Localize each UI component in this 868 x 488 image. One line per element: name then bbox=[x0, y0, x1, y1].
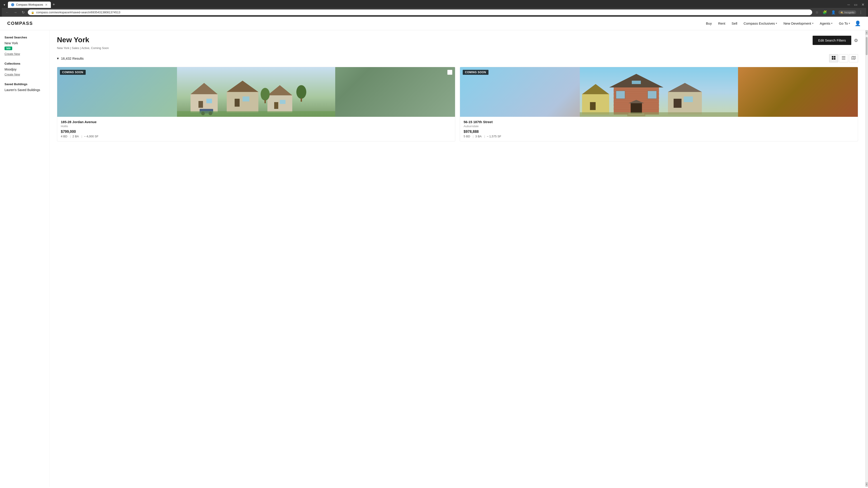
minimize-button[interactable]: ─ bbox=[846, 2, 852, 8]
property-sqft-2: ~ 1,575 SF bbox=[487, 135, 501, 138]
sep-3: | bbox=[473, 135, 473, 138]
svg-rect-27 bbox=[177, 111, 335, 117]
results-dropdown-arrow[interactable]: ▾ bbox=[57, 56, 59, 61]
property-grid: COMING SOON 185-28 Jordan Avenue Hollis … bbox=[57, 67, 858, 141]
sep-2: | bbox=[81, 135, 82, 138]
grid-view-button[interactable] bbox=[829, 54, 838, 62]
back-button[interactable]: ← bbox=[4, 9, 10, 15]
content-area: New York Edit Search Filters ⚙ New York … bbox=[50, 30, 865, 487]
svg-rect-42 bbox=[648, 91, 657, 99]
scroll-thumb[interactable] bbox=[866, 37, 868, 55]
scroll-up-button[interactable]: ▲ bbox=[866, 30, 868, 35]
compass-exclusives-chevron: ▾ bbox=[776, 22, 777, 25]
property-card[interactable]: COMING SOON 185-28 Jordan Avenue Hollis … bbox=[57, 67, 455, 141]
close-window-button[interactable]: ✕ bbox=[860, 2, 866, 8]
property-address-2: 56-15 187th Street bbox=[464, 120, 854, 124]
bookmark-button[interactable]: ☆ bbox=[814, 9, 820, 15]
restore-button[interactable]: ▭ bbox=[852, 2, 859, 8]
collections-section: Collections Moodjoy Create New bbox=[4, 62, 45, 76]
nav-sell[interactable]: Sell bbox=[732, 22, 737, 25]
results-left: ▾ 16,432 Results bbox=[57, 56, 84, 61]
address-bar[interactable]: 🔒 compass.com/workspace/#/saved-search/6… bbox=[28, 9, 812, 15]
incognito-label: Incognito bbox=[844, 11, 855, 14]
menu-button[interactable]: ⋮ bbox=[858, 9, 864, 15]
create-new-collection[interactable]: Create New bbox=[4, 73, 20, 76]
page-header: New York Edit Search Filters ⚙ bbox=[57, 36, 858, 45]
saved-search-new-york[interactable]: New York bbox=[4, 41, 45, 45]
tab-close-button[interactable]: ✕ bbox=[45, 3, 48, 6]
property-address-1: 185-28 Jordan Avenue bbox=[61, 120, 452, 124]
svg-rect-51 bbox=[590, 102, 596, 110]
nav-links: Buy Rent Sell Compass Exclusives ▾ New D… bbox=[706, 22, 850, 25]
svg-rect-47 bbox=[674, 99, 682, 108]
create-new-search[interactable]: Create New bbox=[4, 52, 20, 56]
header-actions: Edit Search Filters ⚙ bbox=[813, 36, 858, 45]
edit-search-filters-button[interactable]: Edit Search Filters bbox=[813, 36, 851, 45]
active-tab[interactable]: Compass Workspaces ✕ bbox=[8, 2, 51, 8]
tab-list-button[interactable]: ▾ bbox=[2, 2, 7, 7]
property-photo-2 bbox=[460, 67, 858, 117]
collection-moodjoy[interactable]: Moodjoy bbox=[4, 68, 45, 71]
new-development-chevron: ▾ bbox=[812, 22, 813, 25]
view-toggles bbox=[829, 54, 858, 62]
nav-buy[interactable]: Buy bbox=[706, 22, 712, 25]
property-neighborhood-2: Auburndale bbox=[464, 125, 854, 128]
new-tab-button[interactable]: + bbox=[51, 1, 57, 8]
scroll-down-button[interactable]: ▼ bbox=[866, 482, 868, 487]
list-view-button[interactable] bbox=[839, 54, 848, 62]
user-icon[interactable]: 👤 bbox=[855, 21, 861, 26]
saved-buildings-section: Saved Buildings Lauren's Saved Buildings bbox=[4, 83, 45, 92]
property-price-2: $978,888 bbox=[464, 130, 854, 134]
sidebar: Saved Searches New York 500 Create New C… bbox=[0, 30, 50, 487]
nav-agents[interactable]: Agents ▾ bbox=[820, 22, 833, 25]
save-checkbox-1[interactable] bbox=[447, 70, 452, 75]
nav-compass-exclusives[interactable]: Compass Exclusives ▾ bbox=[744, 22, 777, 25]
svg-rect-48 bbox=[684, 96, 693, 102]
property-baths-1: 2 BA bbox=[72, 135, 79, 138]
svg-rect-5 bbox=[842, 58, 845, 58]
incognito-icon: 🕵 bbox=[840, 11, 843, 14]
property-price-1: $799,000 bbox=[61, 130, 452, 134]
nav-rent[interactable]: Rent bbox=[718, 22, 725, 25]
reload-button[interactable]: ↻ bbox=[20, 9, 26, 15]
property-neighborhood-1: Hollis bbox=[61, 125, 452, 128]
scrollbar[interactable]: ▲ ▼ bbox=[865, 30, 868, 487]
settings-gear-icon[interactable]: ⚙ bbox=[854, 38, 858, 43]
saved-searches-title: Saved Searches bbox=[4, 36, 45, 39]
svg-rect-11 bbox=[206, 99, 212, 103]
go-to-chevron: ▾ bbox=[849, 22, 850, 25]
profile-button[interactable]: 👤 bbox=[830, 9, 837, 15]
svg-rect-38 bbox=[632, 80, 641, 84]
svg-rect-15 bbox=[243, 96, 249, 101]
nav-go-to[interactable]: Go To ▾ bbox=[839, 22, 850, 25]
property-details-2: 5 BD | 3 BA | ~ 1,575 SF bbox=[464, 135, 854, 138]
svg-rect-18 bbox=[274, 102, 278, 109]
svg-rect-2 bbox=[832, 58, 833, 60]
saved-search-badge: 500 bbox=[4, 46, 12, 50]
svg-rect-6 bbox=[842, 59, 845, 59]
svg-rect-12 bbox=[227, 92, 258, 112]
browser-actions: ☆ 🧩 👤 🕵 Incognito ⋮ bbox=[814, 9, 864, 15]
svg-rect-23 bbox=[301, 98, 302, 102]
svg-rect-4 bbox=[842, 56, 845, 57]
property-card[interactable]: COMING SOON 56-15 187th Street Auburndal… bbox=[460, 67, 858, 141]
nav-new-development[interactable]: New Development ▾ bbox=[783, 22, 813, 25]
coming-soon-badge-1: COMING SOON bbox=[60, 70, 86, 75]
saved-searches-section: Saved Searches New York 500 Create New bbox=[4, 36, 45, 56]
svg-point-20 bbox=[260, 88, 270, 101]
extensions-button[interactable]: 🧩 bbox=[821, 9, 829, 15]
laurens-saved-buildings[interactable]: Lauren's Saved Buildings bbox=[4, 88, 45, 92]
logo: COMPASS bbox=[7, 21, 33, 26]
results-count: 16,432 Results bbox=[61, 57, 84, 60]
forward-button[interactable]: → bbox=[12, 9, 19, 15]
property-baths-2: 3 BA bbox=[475, 135, 482, 138]
map-view-button[interactable] bbox=[849, 54, 858, 62]
svg-rect-10 bbox=[198, 101, 203, 108]
property-image: COMING SOON bbox=[57, 67, 455, 117]
svg-rect-0 bbox=[832, 56, 833, 58]
property-sqft-1: ~ 4,000 SF bbox=[84, 135, 98, 138]
top-nav: COMPASS Buy Rent Sell Compass Exclusives… bbox=[0, 17, 868, 30]
main-content: Saved Searches New York 500 Create New C… bbox=[0, 30, 868, 487]
page-subtitle: New York | Sales | Active, Coming Soon bbox=[57, 46, 858, 50]
svg-point-22 bbox=[296, 85, 306, 99]
